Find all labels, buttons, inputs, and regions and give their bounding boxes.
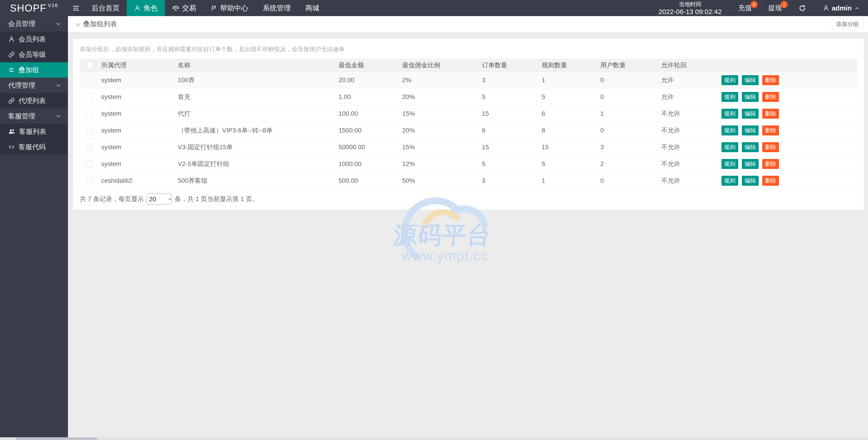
- sidebar-item-label: 代理列表: [19, 96, 46, 105]
- edit-button[interactable]: 编辑: [742, 75, 758, 85]
- nav-item-system[interactable]: 系统管理: [255, 0, 298, 16]
- cell-min-amount: 1.00: [339, 93, 402, 100]
- col-rules: 规则数量: [542, 61, 600, 69]
- sidebar-group-agent[interactable]: 代理管理: [0, 78, 68, 93]
- table-row: system （带他上高速）VIP3-6单--转--8单 1500.00 20%…: [80, 122, 857, 139]
- content-card: 添加分组后，必须添加规则，并且规则需要对应好订单个数，若出现不对称情况，会导致用…: [73, 39, 864, 210]
- nav-item-dashboard[interactable]: 后台首页: [84, 0, 127, 16]
- cell-name: 代打: [178, 109, 339, 118]
- cell-orders: 15: [482, 110, 542, 117]
- sidebar-item-service-list[interactable]: 客服列表: [0, 124, 68, 139]
- edit-button[interactable]: 编辑: [742, 109, 758, 119]
- delete-button[interactable]: 删除: [762, 159, 779, 169]
- row-checkbox[interactable]: [86, 94, 93, 100]
- table-header-row: 所属代理 名称 最低金额 最低佣金比例 订单数量 规则数量 用户数量 允许轮回: [80, 59, 857, 72]
- user-icon: [823, 5, 830, 11]
- code-icon: [8, 144, 15, 150]
- sidebar-toggle-button[interactable]: [68, 0, 84, 16]
- nav-item-trade[interactable]: 交易: [165, 0, 204, 16]
- rule-button[interactable]: 规则: [721, 92, 738, 102]
- sidebar-item-member-list[interactable]: 会员列表: [0, 31, 68, 47]
- delete-button[interactable]: 删除: [762, 92, 779, 102]
- chevron-up-icon: [854, 5, 860, 11]
- menu-toggle-icon: [72, 4, 80, 12]
- table-row: system V3-固定打针组15单 50000.00 15% 15 15 3 …: [80, 139, 857, 156]
- chevron-down-icon: [55, 21, 62, 27]
- recharge-button[interactable]: 充值 6: [730, 0, 760, 16]
- edit-button[interactable]: 编辑: [742, 125, 758, 135]
- cell-name: 500养客组: [178, 177, 339, 185]
- top-bar: SHOPF V16 后台首页 角色: [0, 0, 868, 16]
- cell-recycle: 允许: [661, 76, 721, 85]
- top-nav: 后台首页 角色 交易: [84, 0, 327, 16]
- cell-recycle: 不允许: [661, 126, 721, 135]
- sidebar-item-service-code[interactable]: 客服代码: [0, 139, 68, 155]
- sidebar-group-label: 客服管理: [8, 112, 35, 121]
- row-checkbox[interactable]: [86, 127, 93, 134]
- col-users: 用户数量: [600, 61, 661, 69]
- edit-button[interactable]: 编辑: [742, 92, 758, 102]
- cell-rules: 1: [542, 76, 600, 84]
- cell-orders: 3: [482, 177, 542, 184]
- local-time-label: 当地时间: [679, 0, 701, 8]
- edit-button[interactable]: 编辑: [742, 176, 758, 186]
- rule-button[interactable]: 规则: [721, 176, 738, 186]
- sidebar-group-service[interactable]: 客服管理: [0, 108, 68, 124]
- watermark-title: 源码平台: [392, 220, 513, 251]
- nav-label: 商城: [305, 3, 319, 13]
- cell-min-amount: 1500.00: [339, 127, 402, 134]
- row-checkbox[interactable]: [86, 177, 93, 184]
- add-group-button[interactable]: 添加分组: [832, 19, 863, 29]
- row-checkbox[interactable]: [86, 110, 93, 117]
- cell-min-amount: 1000.00: [339, 160, 402, 167]
- page-size-select[interactable]: 20: [147, 194, 172, 205]
- rule-button[interactable]: 规则: [721, 75, 738, 85]
- nav-item-mall[interactable]: 商城: [298, 0, 327, 16]
- delete-button[interactable]: 删除: [762, 142, 779, 152]
- delete-button[interactable]: 删除: [762, 125, 779, 135]
- cell-min-amount: 50000.00: [339, 144, 402, 151]
- delete-button[interactable]: 删除: [762, 176, 779, 186]
- cell-commission: 20%: [402, 127, 482, 134]
- user-menu[interactable]: admin: [814, 0, 868, 16]
- row-checkbox[interactable]: [86, 144, 93, 151]
- rule-button[interactable]: 规则: [721, 142, 738, 152]
- refresh-button[interactable]: [790, 0, 814, 16]
- nav-item-role[interactable]: 角色: [127, 0, 165, 16]
- app-logo: SHOPF V16: [0, 0, 68, 16]
- edit-button[interactable]: 编辑: [742, 142, 758, 152]
- refresh-icon: [799, 4, 806, 12]
- cell-rules: 5: [542, 93, 600, 100]
- nav-item-help[interactable]: 帮助中心: [204, 0, 255, 16]
- list-icon: [8, 67, 15, 73]
- sidebar-item-label: 客服列表: [19, 127, 46, 136]
- col-orders: 订单数量: [482, 61, 542, 69]
- row-checkbox[interactable]: [86, 77, 93, 84]
- edit-button[interactable]: 编辑: [742, 159, 758, 169]
- rule-button[interactable]: 规则: [721, 125, 738, 135]
- scales-icon: [172, 4, 179, 12]
- sidebar-group-member[interactable]: 会员管理: [0, 16, 68, 31]
- delete-button[interactable]: 删除: [762, 75, 779, 85]
- table-row: system 首充 1.00 20% 5 5 0 允许 规则 编辑 删除: [80, 89, 857, 105]
- row-checkbox[interactable]: [86, 161, 93, 167]
- local-time: 当地时间 2022-06-13 09:02:42: [650, 0, 730, 16]
- cell-name: 100养: [178, 76, 339, 85]
- sidebar-item-stack-group[interactable]: 叠加组: [0, 62, 68, 78]
- app-logo-version: V16: [48, 2, 58, 8]
- withdraw-button[interactable]: 提现 1: [760, 0, 790, 16]
- sidebar: 会员管理 会员列表 会员等级 叠加组 代理管理: [0, 16, 68, 437]
- delete-button[interactable]: 删除: [762, 109, 779, 119]
- rule-button[interactable]: 规则: [721, 109, 738, 119]
- groups-table: 所属代理 名称 最低金额 最低佣金比例 订单数量 规则数量 用户数量 允许轮回 …: [80, 59, 857, 189]
- select-all-checkbox[interactable]: [86, 62, 93, 69]
- sidebar-item-member-level[interactable]: 会员等级: [0, 47, 68, 62]
- sidebar-item-agent-list[interactable]: 代理列表: [0, 93, 68, 108]
- rule-button[interactable]: 规则: [721, 159, 738, 169]
- sidebar-item-label: 叠加组: [19, 65, 39, 75]
- breadcrumb-chevrons-icon: »: [75, 20, 80, 29]
- horizontal-scrollbar[interactable]: [0, 437, 868, 440]
- recharge-label: 充值: [738, 3, 752, 13]
- scrollbar-thumb[interactable]: [16, 438, 97, 440]
- cell-commission: 15%: [402, 144, 482, 151]
